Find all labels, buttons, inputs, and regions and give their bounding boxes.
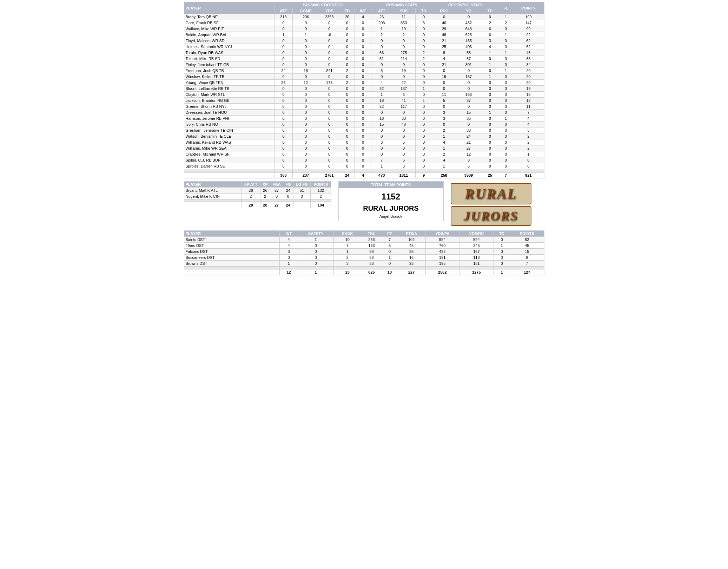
table-cell: 51 xyxy=(371,56,392,62)
table-cell: 0 xyxy=(355,68,371,74)
table-cell: 0 xyxy=(499,98,513,104)
fl-header: FL xyxy=(499,2,513,14)
table-cell: Bryant, Matt K ATL xyxy=(184,187,241,193)
table-cell: 1 xyxy=(494,242,510,248)
table-cell: 2 xyxy=(260,193,270,199)
table-cell: 7 xyxy=(382,236,397,242)
team-name: RURAL JURORS xyxy=(340,203,442,214)
table-cell: 195 xyxy=(425,260,459,266)
table-cell: 16 xyxy=(397,254,426,260)
table-cell: 0 xyxy=(499,26,513,32)
table-cell: 19 xyxy=(392,26,416,32)
table-cell: 3 xyxy=(481,38,499,44)
total-cell xyxy=(293,202,311,208)
fg-header: FG xyxy=(283,181,293,187)
total-cell: 28 xyxy=(241,202,260,208)
table-cell: 20 xyxy=(340,14,355,20)
int-header: INT xyxy=(355,8,371,14)
table-cell: Floyd, Malcom WR SD xyxy=(184,38,274,44)
dst-section: PLAYER INT SAFETY SACK TKL FF PTS/A YDS/… xyxy=(184,230,544,276)
table-cell: Harrison, Jerome RB PHI xyxy=(184,116,274,122)
table-cell: 0 xyxy=(319,20,340,26)
logo-top-image: RURAL xyxy=(451,183,531,204)
table-cell: 21 xyxy=(432,38,456,44)
table-cell: 173 xyxy=(319,80,340,86)
table-cell: Blount, LeGarrette RB TB xyxy=(184,86,274,92)
table-cell: 0 xyxy=(319,151,340,157)
table-cell: 1 xyxy=(432,145,456,151)
table-cell: 2 xyxy=(340,80,355,86)
table-row: Jackson, Brandon RB GB00000184115370012 xyxy=(184,98,544,104)
table-cell: 4 xyxy=(371,80,392,86)
table-cell: 0 xyxy=(355,80,371,86)
table-cell: 0 xyxy=(415,32,432,38)
total-cell: 3539 xyxy=(456,172,481,178)
table-cell: 0 xyxy=(274,139,293,145)
table-cell: 66 xyxy=(371,50,392,56)
table-cell: 0 xyxy=(298,248,334,254)
table-cell: 0 xyxy=(293,86,319,92)
table-cell: 2 xyxy=(513,133,544,139)
table-cell: 0 xyxy=(392,110,416,116)
page-container: PLAYER PASSING STATISTICS RUSHING STATS … xyxy=(182,0,546,280)
table-cell: 263 xyxy=(361,236,382,242)
total-row: 28282724104 xyxy=(184,202,331,208)
table-row: Spiller, C.J. RB BUF0000076048000 xyxy=(184,157,544,163)
table-cell: 1 xyxy=(481,50,499,56)
table-cell: 0 xyxy=(293,98,319,104)
table-cell: 0 xyxy=(499,44,513,50)
total-cell: 473 xyxy=(371,172,392,178)
table-cell: 0 xyxy=(355,50,371,56)
table-cell: Dreessen, Joel TE HOU xyxy=(184,110,274,116)
table-cell: 22 xyxy=(371,104,392,110)
table-cell: 18 xyxy=(293,68,319,74)
table-cell: 0 xyxy=(499,86,513,92)
table-cell: 26 xyxy=(241,187,260,193)
table-cell: 0 xyxy=(415,92,432,98)
table-cell: 167 xyxy=(459,248,494,254)
table-cell: 0 xyxy=(481,104,499,110)
table-cell: 1 xyxy=(274,32,293,38)
total-cell: 2761 xyxy=(319,172,340,178)
table-row: Watson, Benjamin TE CLE00000000124002 xyxy=(184,133,544,139)
table-cell: 0 xyxy=(456,14,481,20)
table-cell: 0 xyxy=(382,260,397,266)
table-cell: 275 xyxy=(392,50,416,56)
table-cell: 0 xyxy=(355,56,371,62)
dst-safety-header: SAFETY xyxy=(298,230,334,236)
table-cell: 0 xyxy=(293,92,319,98)
table-cell: 2 xyxy=(241,193,260,199)
table-cell: 0 xyxy=(340,145,355,151)
table-cell: 0 xyxy=(319,56,340,62)
table-cell: 25 xyxy=(274,80,293,86)
table-cell: 0 xyxy=(293,110,319,116)
table-cell: 0 xyxy=(340,151,355,157)
table-cell: 18 xyxy=(371,98,392,104)
yds-header: YDS xyxy=(319,8,340,14)
total-cell: 7 xyxy=(499,172,513,178)
total-cell: 12 xyxy=(280,269,298,275)
table-cell: 1 xyxy=(432,133,456,139)
table-cell: 52 xyxy=(510,236,544,242)
table-cell: 994 xyxy=(425,236,459,242)
table-cell: 0 xyxy=(415,68,432,74)
total-row: 3632372761244473181192583539257921 xyxy=(184,172,544,178)
table-row: Wallace, Mike WR PIT000001190296436099 xyxy=(184,26,544,32)
table-cell: 0 xyxy=(415,145,432,151)
table-cell: 4 xyxy=(355,14,371,20)
table-cell: 0 xyxy=(415,157,432,163)
table-row: Bryant, Matt K ATL2626272451102 xyxy=(184,187,331,193)
table-cell: 0 xyxy=(274,56,293,62)
fga-header: FGA xyxy=(270,181,283,187)
table-cell: Watson, Benjamin TE CLE xyxy=(184,133,274,139)
table-cell: 151 xyxy=(459,260,494,266)
table-cell: 0 xyxy=(432,68,456,74)
table-cell: 214 xyxy=(392,56,416,62)
table-cell: 0 xyxy=(293,74,319,80)
table-cell: 0 xyxy=(371,74,392,80)
table-cell: 0 xyxy=(513,163,544,169)
table-row: Greene, Shonn RB NYJ00000221170000011 xyxy=(184,104,544,110)
logo-bottom-image: JURORS xyxy=(451,206,531,226)
comp-header: COMP xyxy=(293,8,319,14)
total-cell: 1 xyxy=(494,269,510,275)
